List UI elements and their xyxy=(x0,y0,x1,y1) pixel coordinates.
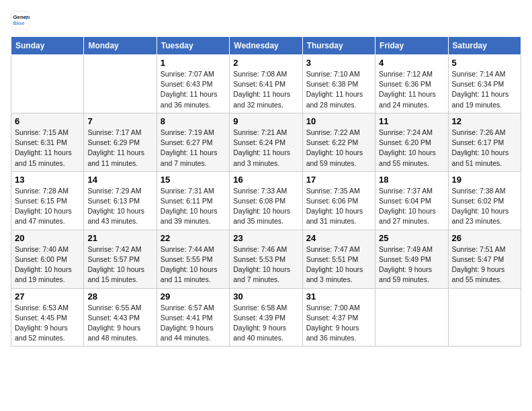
calendar-cell: 3Sunrise: 7:10 AM Sunset: 6:38 PM Daylig… xyxy=(302,55,375,113)
svg-text:Blue: Blue xyxy=(13,20,26,26)
day-info: Sunrise: 7:00 AM Sunset: 4:37 PM Dayligh… xyxy=(306,303,371,344)
day-info: Sunrise: 7:44 AM Sunset: 5:55 PM Dayligh… xyxy=(161,244,226,285)
day-number: 31 xyxy=(306,291,371,302)
day-number: 14 xyxy=(87,175,152,185)
logo-icon: General Blue xyxy=(11,11,30,30)
day-info: Sunrise: 6:55 AM Sunset: 4:43 PM Dayligh… xyxy=(87,303,152,344)
day-number: 19 xyxy=(452,175,517,185)
day-info: Sunrise: 7:28 AM Sunset: 6:15 PM Dayligh… xyxy=(15,186,80,227)
calendar-cell: 8Sunrise: 7:19 AM Sunset: 6:27 PM Daylig… xyxy=(157,113,229,171)
day-number: 24 xyxy=(306,233,371,243)
day-number: 6 xyxy=(15,116,80,126)
day-info: Sunrise: 7:08 AM Sunset: 6:41 PM Dayligh… xyxy=(233,69,298,110)
day-number: 3 xyxy=(306,58,371,68)
calendar-cell: 11Sunrise: 7:24 AM Sunset: 6:20 PM Dayli… xyxy=(375,113,448,171)
calendar-cell: 5Sunrise: 7:14 AM Sunset: 6:34 PM Daylig… xyxy=(448,55,521,113)
weekday-header: Wednesday xyxy=(230,37,302,55)
day-number: 28 xyxy=(87,291,152,302)
day-info: Sunrise: 7:22 AM Sunset: 6:22 PM Dayligh… xyxy=(306,128,371,169)
calendar-week-row: 27Sunrise: 6:53 AM Sunset: 4:45 PM Dayli… xyxy=(11,288,521,347)
calendar-week-row: 20Sunrise: 7:40 AM Sunset: 6:00 PM Dayli… xyxy=(11,230,521,288)
day-info: Sunrise: 6:53 AM Sunset: 4:45 PM Dayligh… xyxy=(15,303,80,344)
day-number: 29 xyxy=(161,291,226,302)
day-number: 26 xyxy=(452,233,517,243)
calendar-cell: 19Sunrise: 7:38 AM Sunset: 6:02 PM Dayli… xyxy=(448,171,521,230)
calendar-cell: 21Sunrise: 7:42 AM Sunset: 5:57 PM Dayli… xyxy=(84,230,157,288)
logo: General Blue xyxy=(11,11,30,30)
day-number: 20 xyxy=(15,233,80,243)
weekday-header: Saturday xyxy=(448,37,521,55)
calendar-cell: 12Sunrise: 7:26 AM Sunset: 6:17 PM Dayli… xyxy=(448,113,521,171)
calendar-cell xyxy=(375,288,448,347)
day-number: 22 xyxy=(161,233,226,243)
weekday-header: Tuesday xyxy=(157,37,229,55)
day-number: 13 xyxy=(15,175,80,185)
day-number: 4 xyxy=(379,58,444,68)
day-info: Sunrise: 6:58 AM Sunset: 4:39 PM Dayligh… xyxy=(233,303,298,344)
day-info: Sunrise: 7:17 AM Sunset: 6:29 PM Dayligh… xyxy=(87,128,152,169)
weekday-header: Monday xyxy=(84,37,157,55)
day-number: 10 xyxy=(306,116,371,126)
calendar-header: SundayMondayTuesdayWednesdayThursdayFrid… xyxy=(11,37,521,55)
calendar-cell: 23Sunrise: 7:46 AM Sunset: 5:53 PM Dayli… xyxy=(230,230,302,288)
calendar-cell: 26Sunrise: 7:51 AM Sunset: 5:47 PM Dayli… xyxy=(448,230,521,288)
day-info: Sunrise: 7:29 AM Sunset: 6:13 PM Dayligh… xyxy=(87,186,152,227)
day-number: 21 xyxy=(87,233,152,243)
day-info: Sunrise: 7:42 AM Sunset: 5:57 PM Dayligh… xyxy=(87,244,152,285)
calendar-cell: 1Sunrise: 7:07 AM Sunset: 6:43 PM Daylig… xyxy=(157,55,229,113)
calendar-cell: 2Sunrise: 7:08 AM Sunset: 6:41 PM Daylig… xyxy=(230,55,302,113)
calendar-cell: 22Sunrise: 7:44 AM Sunset: 5:55 PM Dayli… xyxy=(157,230,229,288)
day-info: Sunrise: 7:47 AM Sunset: 5:51 PM Dayligh… xyxy=(306,244,371,285)
day-number: 17 xyxy=(306,175,371,185)
weekday-header: Thursday xyxy=(302,37,375,55)
calendar-cell: 14Sunrise: 7:29 AM Sunset: 6:13 PM Dayli… xyxy=(84,171,157,230)
day-info: Sunrise: 7:31 AM Sunset: 6:11 PM Dayligh… xyxy=(161,186,226,227)
day-number: 25 xyxy=(379,233,444,243)
day-number: 15 xyxy=(161,175,226,185)
day-info: Sunrise: 7:15 AM Sunset: 6:31 PM Dayligh… xyxy=(15,128,80,169)
day-number: 9 xyxy=(233,116,298,126)
day-info: Sunrise: 7:21 AM Sunset: 6:24 PM Dayligh… xyxy=(233,128,298,169)
calendar-week-row: 1Sunrise: 7:07 AM Sunset: 6:43 PM Daylig… xyxy=(11,55,521,113)
calendar-cell: 18Sunrise: 7:37 AM Sunset: 6:04 PM Dayli… xyxy=(375,171,448,230)
calendar-cell: 20Sunrise: 7:40 AM Sunset: 6:00 PM Dayli… xyxy=(11,230,84,288)
calendar-cell: 24Sunrise: 7:47 AM Sunset: 5:51 PM Dayli… xyxy=(302,230,375,288)
day-info: Sunrise: 7:38 AM Sunset: 6:02 PM Dayligh… xyxy=(452,186,517,227)
day-info: Sunrise: 7:46 AM Sunset: 5:53 PM Dayligh… xyxy=(233,244,298,285)
calendar-week-row: 13Sunrise: 7:28 AM Sunset: 6:15 PM Dayli… xyxy=(11,171,521,230)
calendar-cell: 25Sunrise: 7:49 AM Sunset: 5:49 PM Dayli… xyxy=(375,230,448,288)
calendar-cell: 7Sunrise: 7:17 AM Sunset: 6:29 PM Daylig… xyxy=(84,113,157,171)
day-info: Sunrise: 7:14 AM Sunset: 6:34 PM Dayligh… xyxy=(452,69,517,110)
calendar-cell: 27Sunrise: 6:53 AM Sunset: 4:45 PM Dayli… xyxy=(11,288,84,347)
day-info: Sunrise: 7:24 AM Sunset: 6:20 PM Dayligh… xyxy=(379,128,444,169)
day-number: 12 xyxy=(452,116,517,126)
day-info: Sunrise: 7:12 AM Sunset: 6:36 PM Dayligh… xyxy=(379,69,444,110)
calendar-cell: 4Sunrise: 7:12 AM Sunset: 6:36 PM Daylig… xyxy=(375,55,448,113)
day-number: 5 xyxy=(452,58,517,68)
day-number: 16 xyxy=(233,175,298,185)
calendar-cell: 9Sunrise: 7:21 AM Sunset: 6:24 PM Daylig… xyxy=(230,113,302,171)
weekday-header: Friday xyxy=(375,37,448,55)
calendar-cell xyxy=(448,288,521,347)
calendar-table: SundayMondayTuesdayWednesdayThursdayFrid… xyxy=(11,36,521,347)
calendar-cell xyxy=(84,55,157,113)
calendar-cell: 16Sunrise: 7:33 AM Sunset: 6:08 PM Dayli… xyxy=(230,171,302,230)
calendar-cell: 30Sunrise: 6:58 AM Sunset: 4:39 PM Dayli… xyxy=(230,288,302,347)
calendar-cell: 6Sunrise: 7:15 AM Sunset: 6:31 PM Daylig… xyxy=(11,113,84,171)
calendar-cell xyxy=(11,55,84,113)
day-number: 2 xyxy=(233,58,298,68)
calendar-cell: 29Sunrise: 6:57 AM Sunset: 4:41 PM Dayli… xyxy=(157,288,229,347)
day-number: 23 xyxy=(233,233,298,243)
day-info: Sunrise: 7:33 AM Sunset: 6:08 PM Dayligh… xyxy=(233,186,298,227)
day-number: 8 xyxy=(161,116,226,126)
day-number: 27 xyxy=(15,291,80,302)
calendar-cell: 10Sunrise: 7:22 AM Sunset: 6:22 PM Dayli… xyxy=(302,113,375,171)
day-number: 7 xyxy=(87,116,152,126)
day-number: 11 xyxy=(379,116,444,126)
day-info: Sunrise: 7:40 AM Sunset: 6:00 PM Dayligh… xyxy=(15,244,80,285)
calendar-cell: 13Sunrise: 7:28 AM Sunset: 6:15 PM Dayli… xyxy=(11,171,84,230)
calendar-week-row: 6Sunrise: 7:15 AM Sunset: 6:31 PM Daylig… xyxy=(11,113,521,171)
day-info: Sunrise: 7:49 AM Sunset: 5:49 PM Dayligh… xyxy=(379,244,444,285)
day-number: 18 xyxy=(379,175,444,185)
day-info: Sunrise: 7:37 AM Sunset: 6:04 PM Dayligh… xyxy=(379,186,444,227)
